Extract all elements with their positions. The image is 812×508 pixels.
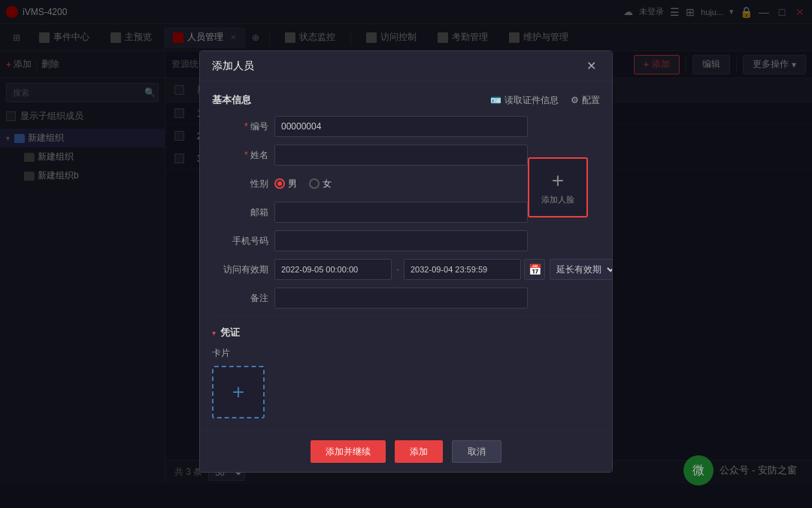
- number-label: 编号: [212, 120, 268, 133]
- id-card-icon: 🪪: [490, 95, 501, 105]
- modal-header: 添加人员 ✕: [200, 51, 612, 81]
- phone-label: 手机号码: [212, 235, 268, 248]
- add-continue-button[interactable]: 添加并继续: [311, 440, 386, 463]
- basic-info-title: 基本信息: [212, 93, 251, 107]
- date-range-wrapper: - 📅: [274, 259, 545, 280]
- add-face-button[interactable]: + 添加人脸: [528, 157, 588, 217]
- phone-field-row: 手机号码: [212, 230, 528, 251]
- modal-close-button[interactable]: ✕: [582, 57, 600, 75]
- gender-label: 性别: [212, 178, 268, 190]
- credentials-title: 凭证: [220, 326, 240, 339]
- email-input[interactable]: [274, 202, 528, 223]
- add-person-modal: 添加人员 ✕ 基本信息 🪪 读取证件信息 ⚙ 配置: [199, 50, 613, 473]
- remark-label: 备注: [212, 292, 268, 305]
- validity-end-input[interactable]: [404, 259, 521, 280]
- add-button-footer[interactable]: 添加: [395, 440, 443, 463]
- gender-female-label: 女: [323, 178, 332, 190]
- email-field-row: 邮箱: [212, 202, 528, 223]
- modal-footer: 添加并继续 添加 取消: [200, 430, 612, 472]
- gender-female-radio[interactable]: [309, 178, 320, 189]
- remark-input[interactable]: [274, 287, 528, 309]
- email-label: 邮箱: [212, 206, 268, 219]
- modal-title: 添加人员: [212, 59, 582, 73]
- validity-field-row: 访问有效期 - 📅 延长有效期 ▾: [212, 259, 528, 280]
- config-button[interactable]: ⚙ 配置: [571, 94, 600, 107]
- card-plus-icon: +: [232, 382, 244, 403]
- card-section-title: 卡片: [212, 347, 600, 360]
- credentials-section: ▾ 凭证 卡片 +: [212, 316, 600, 418]
- validity-start-input[interactable]: [274, 259, 392, 280]
- read-cert-button[interactable]: 🪪 读取证件信息: [490, 94, 559, 107]
- gender-radio-group: 男 女: [274, 178, 332, 190]
- validity-label: 访问有效期: [212, 263, 268, 276]
- watermark: 微 公众号 - 安防之窗: [683, 455, 797, 485]
- watermark-icon: 微: [683, 455, 714, 485]
- extend-period-select[interactable]: 延长有效期: [550, 259, 613, 280]
- face-photo-area: + 添加人脸: [528, 157, 588, 217]
- gender-field-row: 性别 男 女: [212, 173, 528, 194]
- gender-male-option[interactable]: 男: [274, 178, 297, 190]
- add-face-label: 添加人脸: [541, 194, 574, 205]
- section-header: 基本信息 🪪 读取证件信息 ⚙ 配置: [212, 93, 600, 107]
- credentials-header[interactable]: ▾ 凭证: [212, 326, 600, 339]
- gear-icon: ⚙: [571, 95, 579, 105]
- modal-overlay: 添加人员 ✕ 基本信息 🪪 读取证件信息 ⚙ 配置: [0, 0, 812, 508]
- number-input[interactable]: [274, 116, 528, 137]
- add-card-button[interactable]: +: [212, 366, 265, 418]
- modal-body: 基本信息 🪪 读取证件信息 ⚙ 配置 +: [200, 81, 612, 430]
- name-input[interactable]: [274, 144, 528, 166]
- gender-male-radio[interactable]: [274, 178, 285, 189]
- number-field-row: 编号: [212, 116, 528, 137]
- section-actions: 🪪 读取证件信息 ⚙ 配置: [490, 94, 600, 107]
- date-separator: -: [395, 264, 401, 275]
- name-field-row: 姓名: [212, 144, 528, 166]
- face-plus-icon: +: [552, 170, 564, 191]
- phone-input[interactable]: [274, 230, 528, 251]
- credentials-expand-icon: ▾: [212, 329, 216, 337]
- form-area: + 添加人脸 编号 姓名 性别: [212, 116, 600, 309]
- gender-male-label: 男: [288, 178, 297, 190]
- gender-female-option[interactable]: 女: [309, 178, 332, 190]
- remark-field-row: 备注: [212, 287, 528, 309]
- calendar-icon[interactable]: 📅: [524, 259, 545, 280]
- watermark-text: 公众号 - 安防之窗: [720, 464, 797, 477]
- name-label: 姓名: [212, 149, 268, 162]
- cancel-button[interactable]: 取消: [452, 440, 501, 463]
